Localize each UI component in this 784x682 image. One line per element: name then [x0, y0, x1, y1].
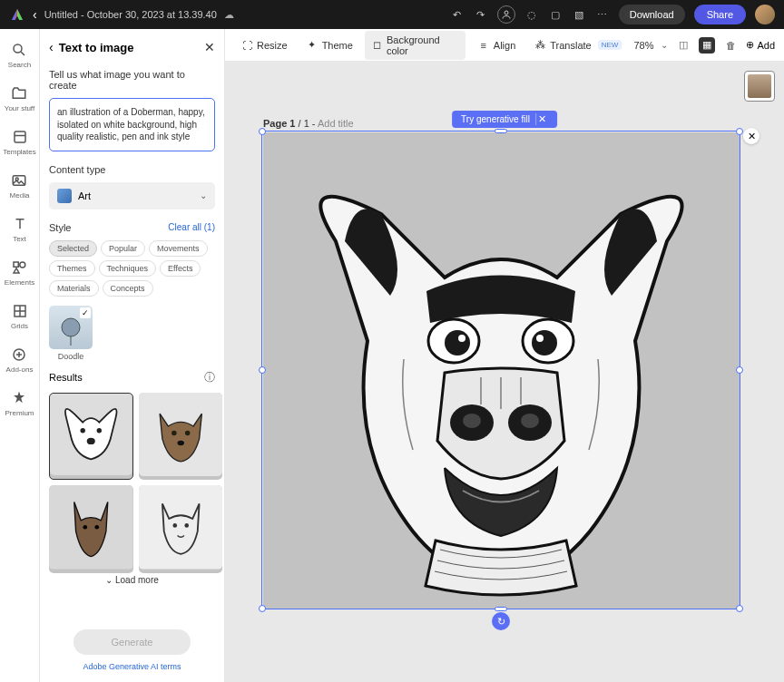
new-badge: NEW — [598, 40, 622, 50]
topbar: ‹ Untitled - October 30, 2023 at 13.39.4… — [0, 0, 784, 29]
chip-concepts[interactable]: Concepts — [103, 280, 153, 297]
cloud-sync-icon: ☁ — [224, 9, 234, 21]
back-button[interactable]: ‹ — [33, 7, 37, 22]
svg-point-18 — [80, 428, 84, 433]
align-tool[interactable]: ≡Align — [471, 35, 522, 55]
rail-elements[interactable]: Elements — [5, 259, 34, 287]
plus-icon: ⊕ — [746, 39, 754, 51]
rail-your-stuff[interactable]: Your stuff — [5, 85, 34, 112]
handle-ml[interactable] — [259, 366, 266, 374]
rail-premium[interactable]: Premium — [5, 390, 34, 417]
info-icon[interactable]: ⓘ — [204, 370, 215, 385]
zoom-chevron-icon[interactable]: ⌄ — [661, 40, 668, 50]
invite-icon[interactable] — [497, 5, 515, 24]
more-icon[interactable]: ⋯ — [595, 7, 610, 22]
user-avatar[interactable] — [755, 5, 775, 24]
handle-tr[interactable] — [736, 128, 743, 135]
resize-tool[interactable]: ⛶Resize — [234, 35, 294, 55]
handle-bc[interactable] — [495, 607, 507, 611]
crop-icon[interactable]: ◫ — [675, 37, 691, 54]
svg-point-29 — [172, 523, 177, 528]
rail-media[interactable]: Media — [10, 172, 30, 200]
clear-all-link[interactable]: Clear all (1) — [168, 222, 215, 232]
rail-addons[interactable]: Add-ons — [6, 346, 34, 374]
theme-tool[interactable]: ✦Theme — [299, 35, 359, 55]
selection-frame[interactable]: ✕ ↻ — [261, 131, 740, 609]
prompt-input[interactable]: an illustration of a Doberman, happy, is… — [49, 98, 215, 151]
checkmark-icon: ✓ — [80, 307, 91, 318]
chip-popular[interactable]: Popular — [101, 240, 145, 257]
result-thumb-4[interactable] — [139, 485, 223, 573]
align-icon: ≡ — [477, 39, 490, 52]
svg-point-27 — [94, 525, 99, 530]
trash-icon[interactable]: 🗑 — [722, 37, 739, 54]
result-thumb-3[interactable] — [49, 485, 133, 573]
translate-icon: ⁂ — [534, 39, 546, 52]
app-logo[interactable] — [9, 6, 25, 23]
translate-tool[interactable]: ⁂TranslateNEW — [527, 35, 628, 55]
chip-movements[interactable]: Movements — [149, 240, 208, 257]
panel-back-button[interactable]: ‹ — [49, 40, 54, 54]
results-grid — [49, 393, 215, 566]
svg-point-30 — [184, 523, 189, 528]
rail-text[interactable]: Text — [12, 216, 28, 243]
chip-selected[interactable]: Selected — [49, 240, 97, 257]
results-label: Results — [49, 372, 83, 383]
chip-themes[interactable]: Themes — [49, 260, 95, 277]
resize-icon: ⛶ — [240, 39, 253, 52]
chip-effects[interactable]: Effects — [160, 260, 201, 277]
load-more-button[interactable]: ⌄ Load more — [49, 575, 215, 585]
comment-icon[interactable]: ▢ — [548, 7, 563, 22]
chip-materials[interactable]: Materials — [49, 280, 99, 297]
rail-grids[interactable]: Grids — [11, 303, 28, 330]
svg-point-19 — [97, 428, 102, 433]
style-thumbnail[interactable]: ✓ Doodle — [49, 306, 215, 361]
page-thumbnail[interactable] — [744, 71, 775, 102]
add-page-button[interactable]: ⊕Add — [746, 39, 775, 51]
zoom-level[interactable]: 78% — [633, 40, 653, 51]
rail-search[interactable]: Search — [8, 42, 31, 69]
canvas-toolbar: ⛶Resize ✦Theme ◻Background color ≡Align … — [225, 29, 784, 62]
undo-icon[interactable]: ↶ — [450, 7, 465, 22]
result-thumb-1[interactable] — [49, 393, 133, 481]
svg-point-1 — [14, 44, 22, 53]
rotate-handle[interactable]: ↻ — [492, 612, 510, 630]
handle-mr[interactable] — [736, 366, 743, 374]
svg-point-23 — [184, 430, 190, 435]
download-button[interactable]: Download — [619, 5, 685, 24]
panel-title: Text to image — [59, 41, 199, 54]
generative-fill-popup[interactable]: Try generative fill✕ — [452, 111, 557, 128]
content-type-label: Content type — [49, 164, 215, 175]
rail-templates[interactable]: Templates — [3, 129, 35, 156]
lightbulb-icon[interactable]: ◌ — [524, 7, 539, 22]
text-to-image-panel: ‹ Text to image ✕ Tell us what image you… — [40, 29, 225, 682]
chip-techniques[interactable]: Techniques — [99, 260, 157, 277]
content-type-select[interactable]: Art ⌄ — [49, 182, 215, 209]
canvas-area[interactable]: Page 1 / 1 - Add title Try generative fi… — [225, 62, 784, 682]
svg-point-15 — [62, 318, 80, 336]
share-button[interactable]: Share — [694, 5, 746, 24]
handle-br[interactable] — [736, 605, 743, 612]
handle-tl[interactable] — [259, 128, 266, 135]
layers-icon[interactable]: ▦ — [699, 37, 715, 54]
svg-point-22 — [172, 430, 177, 435]
svg-point-20 — [87, 437, 95, 443]
present-icon[interactable]: ▧ — [572, 7, 586, 22]
background-color-tool[interactable]: ◻Background color — [365, 31, 466, 60]
result-thumb-2[interactable] — [139, 393, 223, 481]
handle-bl[interactable] — [259, 605, 266, 612]
chevron-down-icon: ⌄ — [200, 190, 207, 200]
redo-icon[interactable]: ↷ — [474, 7, 488, 22]
terms-link[interactable]: Adobe Generative AI terms — [49, 662, 215, 671]
gen-fill-close-button[interactable]: ✕ — [535, 113, 548, 125]
generate-button[interactable]: Generate — [74, 629, 190, 655]
theme-icon: ✦ — [306, 39, 318, 52]
svg-point-8 — [20, 262, 25, 268]
svg-rect-7 — [14, 262, 18, 267]
handle-tc[interactable] — [495, 129, 507, 133]
panel-close-button[interactable]: ✕ — [204, 40, 215, 54]
prompt-label: Tell us what image you want to create — [49, 69, 215, 91]
deselect-button[interactable]: ✕ — [743, 128, 760, 144]
page-label[interactable]: Page 1 / 1 - Add title — [263, 118, 354, 129]
svg-point-0 — [505, 11, 508, 15]
